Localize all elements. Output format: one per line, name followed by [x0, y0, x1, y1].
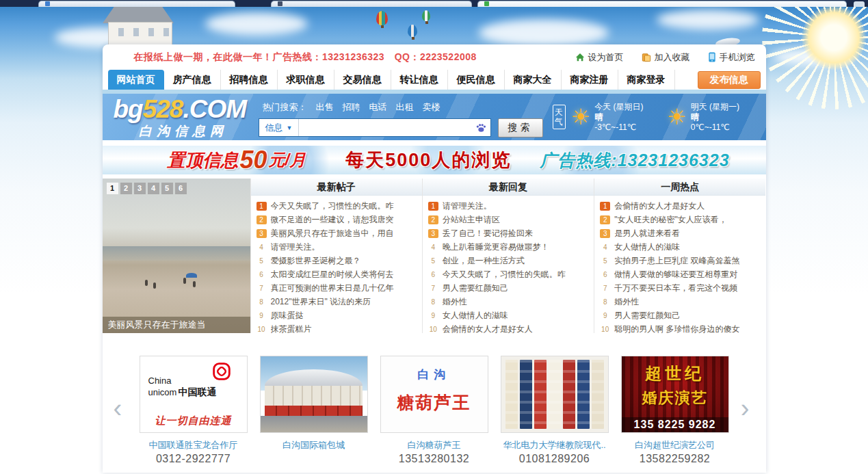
list-item: 7男人需要红颜知己 [428, 282, 588, 295]
merchant-name-link[interactable]: 华北电力大学继教院现代.. [501, 439, 609, 451]
post-link[interactable]: 千万不要买日本车，看完这个视频 [614, 282, 737, 294]
post-link[interactable]: 实拍男子患上巨乳症 双峰高耸羞煞 [614, 255, 739, 267]
merchant-photo-luggage-mall[interactable] [260, 356, 368, 433]
post-link[interactable]: 2012"世界末日" 说法的来历 [271, 296, 371, 308]
photo-carousel[interactable]: 1 2 3 4 5 6 美丽风景只存在于旅途当 [103, 179, 250, 333]
new-tab-button[interactable] [854, 1, 865, 7]
merchant-photo-bookmarks[interactable] [501, 356, 609, 433]
tab-recruitment[interactable]: 招聘信息 [221, 70, 278, 90]
carousel-page-button[interactable]: 6 [175, 183, 187, 194]
post-link[interactable]: 请管理关注。 [271, 241, 320, 253]
weather-label: 天气 [553, 105, 566, 129]
rank-badge: 1 [600, 202, 610, 211]
ribbon-stripe [592, 360, 604, 429]
tab-merchant-register[interactable]: 商家注册 [562, 70, 618, 90]
browser-tab[interactable] [38, 1, 235, 7]
ribbon-stripe [563, 360, 575, 429]
rank-number: 9 [600, 311, 610, 320]
weather-condition: 晴 [691, 112, 739, 122]
add-favorites-link[interactable]: 加入收藏 [642, 51, 690, 64]
post-link[interactable]: 太阳变成红巨星的时候人类将何去 [271, 269, 394, 280]
post-link[interactable]: 男人需要红颜知己 [614, 310, 680, 321]
publish-info-button[interactable]: 发布信息 [698, 71, 761, 89]
post-link[interactable]: 真正可预测的世界末日是几十亿年 [271, 282, 394, 294]
tab-real-estate[interactable]: 房产信息 [164, 70, 221, 90]
post-link[interactable]: 婚外性 [614, 296, 639, 308]
post-link[interactable]: "女人旺夫的秘密"女人应该看， [614, 214, 727, 226]
carousel-page-button[interactable]: 2 [120, 183, 132, 194]
hot-keyword[interactable]: 招聘 [343, 101, 360, 114]
hot-keyword[interactable]: 电话 [369, 101, 387, 114]
hot-air-balloon-icon [408, 25, 417, 37]
carousel-page-button[interactable]: 3 [134, 183, 146, 194]
post-link[interactable]: 会偷情的女人才是好女人 [614, 200, 705, 212]
post-link[interactable]: 创业，是一种生活方式 [443, 255, 525, 267]
post-link[interactable]: 请管理关注。 [443, 200, 492, 212]
post-link[interactable]: 女人做情人的滋味 [443, 310, 508, 321]
sun-icon: ☀ [571, 106, 591, 128]
mobile-browse-link[interactable]: 手机浏览 [708, 51, 755, 64]
tab-merchants[interactable]: 商家大全 [505, 70, 562, 90]
post-link[interactable]: 微不足道的一些建议，请恕我唐突 [271, 214, 394, 226]
tanghulu-title-small: 白沟 [381, 367, 488, 382]
tab-convenience[interactable]: 便民信息 [448, 70, 505, 90]
post-link[interactable]: 抹茶蛋糕片 [271, 324, 312, 335]
rank-number: 9 [257, 311, 267, 320]
browser-tab[interactable] [271, 1, 472, 7]
hot-keyword[interactable]: 出租 [396, 101, 414, 114]
merchant-photo-tanghulu[interactable]: 白沟 糖葫芦王 [380, 356, 488, 433]
merchant-phone: 0312-2922777 [140, 453, 248, 466]
merchant-name-link[interactable]: 白沟超世纪演艺公司 [621, 439, 729, 451]
ad-banner[interactable]: 置顶信息 50 元/月 每天5000人的浏览 广告热线:13231236323 [103, 146, 766, 174]
building-ground [261, 416, 367, 432]
list-item: 3是男人就进来看看 [600, 227, 760, 240]
merchant-name-link[interactable]: 白沟糖葫芦王 [380, 439, 488, 451]
search-button[interactable]: 搜索 [498, 118, 543, 137]
merchant-name-link[interactable]: 白沟国际箱包城 [260, 439, 368, 451]
rank-badge: 1 [428, 202, 438, 211]
carousel-page-button[interactable]: 1 [107, 183, 118, 194]
post-link[interactable]: 美丽风景只存在于旅途当中，用自 [271, 228, 394, 239]
search-category-dropdown[interactable]: 信息 ▼ [259, 119, 300, 136]
tab-job-seeking[interactable]: 求职信息 [278, 70, 334, 90]
carousel-next-button[interactable]: › [741, 395, 750, 421]
post-link[interactable]: 婚外性 [443, 296, 467, 308]
weather-day-title: 明天 (星期一) [691, 102, 739, 112]
merchant-photo-unicom[interactable]: Chinaunicom中国联通 让一切自由连通 [140, 356, 248, 433]
list-item: 5爱摄影世界圣诞树之最？ [257, 254, 417, 267]
post-link[interactable]: 会偷情的女人才是好女人 [443, 324, 533, 335]
post-link[interactable]: 丢了自己！要记得捡回来 [443, 228, 533, 239]
merchant-name-link[interactable]: 中国联通胜宝龙合作厅 [140, 439, 248, 451]
hot-air-balloon-icon [422, 10, 430, 21]
search-input[interactable] [299, 120, 475, 135]
post-link[interactable]: 聪明的男人啊 多珍惜你身边的傻女 [614, 324, 739, 335]
post-link[interactable]: 原味蛋挞 [271, 310, 304, 321]
carousel-prev-button[interactable]: ‹ [114, 395, 122, 421]
hot-search-row: 热门搜索： 出售 招聘 电话 出租 卖楼 [263, 101, 551, 114]
carousel-page-button[interactable]: 4 [148, 183, 159, 194]
list-item: 4请管理关注。 [257, 241, 417, 254]
hot-keyword[interactable]: 卖楼 [423, 101, 440, 114]
post-link[interactable]: 女人做情人的滋味 [614, 241, 680, 253]
tab-transfer[interactable]: 转让信息 [391, 70, 448, 90]
post-link[interactable]: 男人需要红颜知己 [443, 282, 508, 294]
tab-trade[interactable]: 交易信息 [334, 70, 391, 90]
tab-merchant-login[interactable]: 商家登录 [618, 70, 675, 90]
post-link[interactable]: 是男人就进来看看 [614, 228, 680, 239]
merchant-photo-wedding-show[interactable]: 超世纪 婚庆演艺 135 8225 9282 [621, 356, 729, 433]
tab-home[interactable]: 网站首页 [108, 70, 164, 90]
site-logo[interactable]: bg528.COM 白沟信息网 [103, 96, 259, 137]
carousel-page-button[interactable]: 5 [161, 183, 173, 194]
post-link[interactable]: 今天又失眠了，习惯性的失眠。咋 [271, 200, 394, 212]
post-link[interactable]: 爱摄影世界圣诞树之最？ [271, 255, 361, 267]
hot-keyword[interactable]: 出售 [316, 101, 334, 114]
browser-tab[interactable] [477, 1, 847, 7]
set-homepage-link[interactable]: 设为首页 [575, 51, 624, 64]
post-link[interactable]: 分站站主申请区 [443, 214, 500, 226]
post-link[interactable]: 今天又失眠了，习惯性的失眠。咋 [443, 269, 566, 280]
paw-icon [475, 123, 486, 133]
post-link[interactable]: 晚上趴着睡觉更容易做噩梦！ [443, 241, 549, 253]
banner-unit: 元/月 [269, 149, 306, 171]
list-item: 3丢了自己！要记得捡回来 [428, 227, 588, 240]
post-link[interactable]: 做情人要做的够味还要互相尊重对 [614, 269, 737, 280]
